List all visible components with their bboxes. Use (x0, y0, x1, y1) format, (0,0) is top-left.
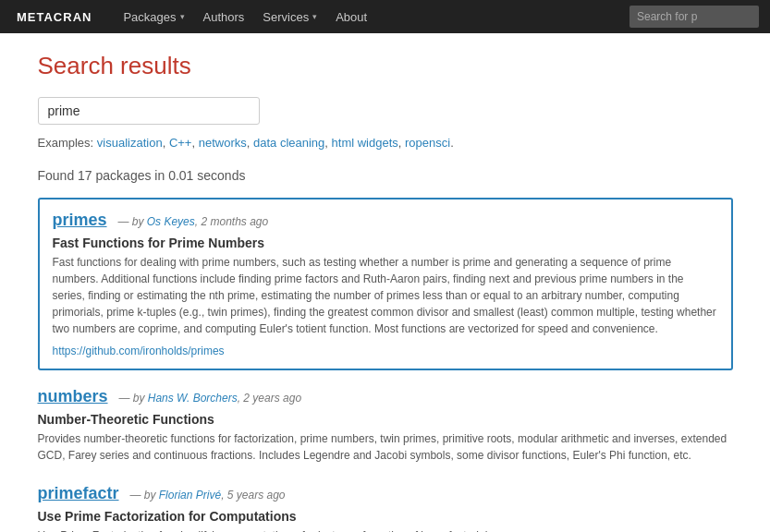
package-time-primefactr: 5 years ago (227, 489, 286, 502)
example-link-visualization[interactable]: visualization (97, 136, 163, 150)
package-author-primes[interactable]: Os Keyes (147, 215, 195, 228)
examples-label: Examples: (38, 136, 94, 150)
navbar: METACRAN Packages ▾ Authors Services ▾ A… (0, 0, 770, 33)
package-header-primefactr: primefactr — by Florian Privé, 5 years a… (38, 484, 733, 503)
package-card-primes: primes — by Os Keyes, 2 months ago Fast … (38, 198, 733, 370)
example-link-cpp[interactable]: C++ (169, 136, 192, 150)
package-title-primefactr: Use Prime Factorization for Computations (38, 509, 733, 524)
results-count: Found 17 packages in 0.01 seconds (38, 168, 733, 183)
page-title: Search results (38, 52, 733, 80)
navbar-item-services[interactable]: Services ▾ (253, 0, 326, 33)
package-card-numbers: numbers — by Hans W. Borchers, 2 years a… (38, 387, 733, 464)
package-desc-numbers: Provides number-theoretic functions for … (38, 430, 733, 464)
navbar-item-authors[interactable]: Authors (194, 0, 254, 33)
navbar-item-packages[interactable]: Packages ▾ (114, 0, 193, 33)
package-title-numbers: Number-Theoretic Functions (38, 412, 733, 427)
package-header: primes — by Os Keyes, 2 months ago (53, 211, 718, 230)
package-header-numbers: numbers — by Hans W. Borchers, 2 years a… (38, 387, 733, 406)
package-time-numbers: 2 years ago (243, 392, 301, 405)
package-card-primefactr: primefactr — by Florian Privé, 5 years a… (38, 484, 733, 532)
navbar-search-input[interactable] (629, 6, 759, 28)
package-author-primefactr[interactable]: Florian Privé (159, 489, 221, 502)
example-link-html-widgets[interactable]: html widgets (332, 136, 398, 150)
chevron-down-icon: ▾ (312, 12, 317, 21)
example-link-networks[interactable]: networks (199, 136, 247, 150)
package-name-primes[interactable]: primes (53, 211, 107, 229)
main-content: Search results Examples: visualization, … (16, 33, 755, 532)
package-author-numbers[interactable]: Hans W. Borchers (148, 392, 238, 405)
package-desc-primefactr: Use Prime Factorization for simplifying … (38, 527, 733, 532)
navbar-item-about[interactable]: About (326, 0, 376, 33)
examples-line: Examples: visualization, C++, networks, … (38, 136, 733, 150)
package-meta-numbers: — by Hans W. Borchers, 2 years ago (118, 392, 301, 405)
package-name-numbers[interactable]: numbers (38, 387, 108, 405)
chevron-down-icon: ▾ (180, 12, 185, 21)
example-link-ropensci[interactable]: ropensci (405, 136, 450, 150)
package-meta-primefactr: — by Florian Privé, 5 years ago (129, 489, 285, 502)
package-time-primes: 2 months ago (201, 215, 268, 228)
package-name-primefactr[interactable]: primefactr (38, 484, 119, 502)
package-desc-primes: Fast functions for dealing with prime nu… (53, 254, 718, 337)
search-input[interactable] (38, 97, 260, 125)
navbar-brand[interactable]: METACRAN (11, 10, 97, 24)
package-title-primes: Fast Functions for Prime Numbers (53, 236, 718, 250)
package-link-primes[interactable]: https://github.com/ironholds/primes (53, 345, 225, 357)
example-link-data-cleaning[interactable]: data cleaning (253, 136, 324, 150)
package-meta-primes: — by Os Keyes, 2 months ago (117, 215, 268, 228)
